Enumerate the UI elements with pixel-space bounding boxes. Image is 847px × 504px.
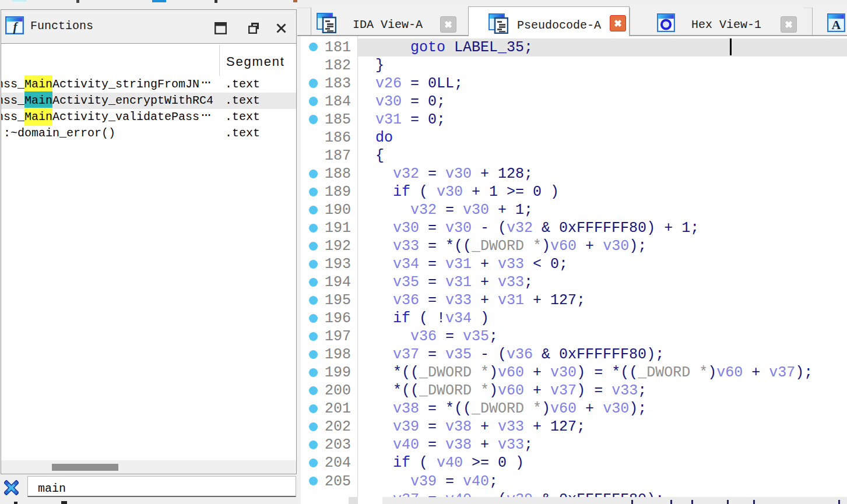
svg-text:A: A bbox=[832, 17, 841, 32]
